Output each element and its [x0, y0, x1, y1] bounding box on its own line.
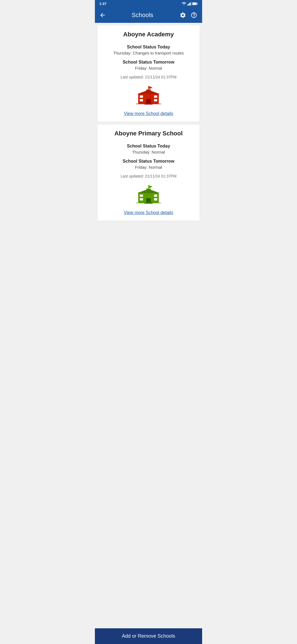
status-today-value-2: Thursday: Normal	[132, 150, 165, 154]
view-more-link-2[interactable]: View more School details	[124, 210, 173, 215]
status-today-label-2: School Status Today	[127, 144, 170, 149]
svg-rect-13	[146, 99, 151, 104]
school-icon-2	[135, 184, 162, 206]
last-updated-1: Last updated: 21/11/24 01:37PM	[120, 75, 176, 79]
svg-rect-15	[154, 95, 157, 98]
last-updated-2: Last updated: 21/11/24 01:37PM	[120, 174, 176, 178]
signal-icon	[187, 2, 191, 6]
status-tomorrow-label-1: School Status Tomorrow	[123, 60, 174, 65]
help-button[interactable]	[189, 10, 199, 20]
back-button[interactable]	[98, 11, 107, 20]
svg-marker-12	[137, 90, 160, 94]
school-card-aboyne-academy: Aboyne Academy School Status Today Thurs…	[97, 25, 200, 122]
school-name-1: Aboyne Academy	[123, 31, 174, 38]
school-icon-1	[135, 85, 162, 107]
svg-rect-14	[140, 95, 143, 98]
status-today-label-1: School Status Today	[127, 45, 170, 50]
battery-icon	[192, 2, 198, 5]
settings-button[interactable]	[178, 10, 188, 20]
toolbar-actions	[178, 10, 199, 20]
svg-marker-8	[148, 86, 153, 89]
svg-rect-29	[154, 195, 157, 197]
status-bar-icons	[182, 2, 198, 6]
svg-rect-31	[154, 198, 157, 200]
school-card-aboyne-primary: Aboyne Primary School School Status Toda…	[97, 124, 200, 221]
svg-rect-20	[144, 104, 153, 105]
status-bar: 1:37	[95, 0, 202, 7]
svg-rect-3	[191, 2, 191, 6]
status-tomorrow-value-1: Friday: Normal	[135, 66, 162, 70]
content-area: Aboyne Academy School Status Today Thurs…	[95, 23, 202, 243]
svg-rect-28	[140, 195, 143, 197]
svg-rect-34	[144, 203, 153, 204]
svg-rect-5	[197, 3, 198, 4]
svg-rect-27	[146, 198, 151, 203]
svg-marker-22	[148, 185, 153, 189]
svg-rect-2	[189, 3, 190, 6]
svg-rect-1	[188, 4, 189, 6]
status-tomorrow-value-2: Friday: Normal	[135, 165, 162, 170]
status-today-value-1: Thursday: Changes to transport routes	[113, 51, 184, 55]
toolbar: Schools	[95, 7, 202, 23]
svg-rect-6	[193, 3, 196, 5]
svg-rect-16	[140, 99, 143, 101]
svg-rect-30	[140, 198, 143, 200]
wifi-icon	[182, 2, 186, 6]
svg-rect-17	[154, 99, 157, 101]
status-bar-time: 1:37	[99, 2, 106, 6]
status-tomorrow-label-2: School Status Tomorrow	[123, 159, 174, 164]
svg-rect-0	[187, 4, 188, 6]
school-name-2: Aboyne Primary School	[114, 130, 183, 137]
svg-marker-26	[137, 189, 160, 193]
view-more-link-1[interactable]: View more School details	[124, 111, 173, 116]
page-title: Schools	[109, 12, 176, 19]
